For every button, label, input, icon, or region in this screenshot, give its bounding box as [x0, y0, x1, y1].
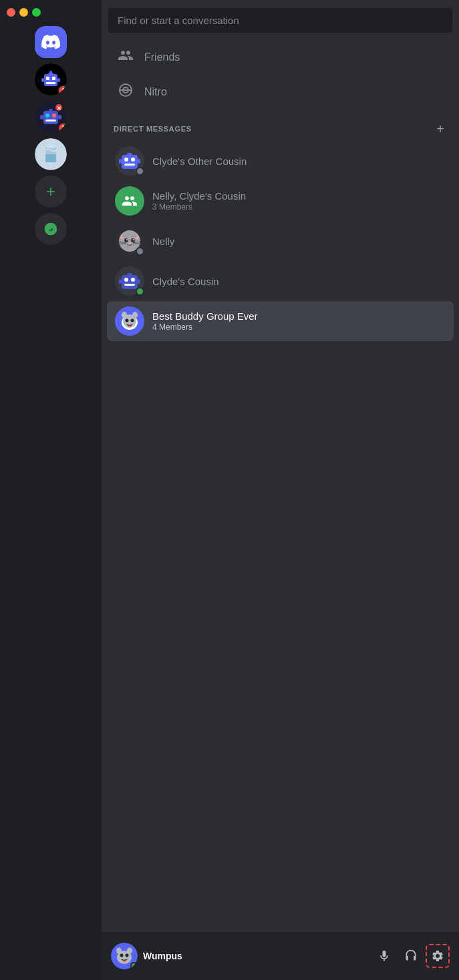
svg-rect-15: [40, 115, 43, 119]
server-icon-robot1[interactable]: 1: [35, 63, 67, 95]
svg-rect-33: [138, 159, 140, 164]
dm-item-nelly-clydes-cousin[interactable]: Nelly, Clyde's Cousin 3 Members: [107, 181, 454, 221]
svg-rect-16: [58, 115, 61, 119]
search-bar[interactable]: Find or start a conversation: [108, 8, 452, 33]
dm-item-best-buddy-group[interactable]: Best Buddy Group Ever 4 Members: [107, 301, 454, 341]
close-button[interactable]: [7, 8, 15, 17]
svg-point-11: [45, 113, 49, 117]
add-server-button[interactable]: +: [35, 176, 67, 208]
dm-name-nelly: Nelly: [152, 236, 174, 247]
server-list: 1 ✕ 1 +: [0, 0, 102, 980]
dm-name-clydes-cousin: Clyde's Cousin: [152, 276, 219, 287]
svg-point-61: [131, 319, 134, 322]
svg-point-41: [131, 238, 135, 242]
svg-rect-2: [46, 77, 49, 80]
window-controls: [0, 8, 41, 17]
svg-rect-6: [46, 82, 55, 84]
server-icon-water[interactable]: [35, 138, 67, 170]
svg-rect-4: [41, 78, 44, 82]
svg-rect-10: [43, 111, 58, 124]
dm-item-clydes-cousin[interactable]: Clyde's Cousin: [107, 261, 454, 301]
user-status-dot: [130, 962, 138, 969]
plus-icon: +: [46, 182, 55, 201]
nitro-label: Nitro: [144, 86, 167, 98]
svg-point-52: [131, 278, 135, 282]
svg-point-8: [49, 71, 52, 73]
svg-point-60: [126, 319, 129, 322]
username-display: Wumpus: [143, 951, 367, 961]
dm-sub-nelly-clydes-cousin: 3 Members: [152, 202, 246, 212]
status-dot-nelly: [136, 247, 144, 256]
dm-avatar-nelly-clydes-cousin: [115, 186, 144, 216]
dm-avatar-best-buddy-group: [115, 306, 144, 336]
dm-avatar-clydes-cousin: [115, 266, 144, 296]
svg-point-62: [122, 312, 127, 318]
dm-section-header: DIRECT MESSAGES +: [102, 111, 459, 141]
nitro-icon: [116, 82, 135, 102]
maximize-button[interactable]: [32, 8, 41, 17]
dm-name-nelly-clydes-cousin: Nelly, Clyde's Cousin: [152, 190, 246, 202]
svg-rect-56: [138, 279, 140, 284]
svg-point-40: [124, 238, 128, 242]
explore-servers-button[interactable]: [35, 213, 67, 245]
headset-button[interactable]: [399, 944, 423, 968]
svg-rect-1: [44, 74, 57, 86]
dm-name-best-buddy-group: Best Buddy Group Ever: [152, 310, 258, 322]
status-dot-clydes-cousin: [136, 287, 144, 296]
svg-rect-32: [119, 159, 122, 164]
svg-rect-31: [127, 153, 132, 156]
mic-button[interactable]: [372, 944, 396, 968]
svg-rect-14: [49, 109, 53, 111]
svg-point-22: [45, 144, 56, 148]
svg-rect-21: [45, 154, 56, 162]
friends-icon: [116, 47, 135, 67]
svg-point-51: [124, 278, 128, 282]
user-avatar: [111, 943, 138, 969]
bottom-bar: Wumpus: [102, 932, 459, 980]
dm-info-clydes-cousin: Clyde's Cousin: [152, 276, 219, 287]
svg-point-63: [132, 312, 138, 318]
dm-name-clyde-other-cousin: Clyde's Other Cousin: [152, 156, 247, 167]
dm-info-nelly-clydes-cousin: Nelly, Clyde's Cousin 3 Members: [152, 190, 246, 212]
dm-info-best-buddy-group: Best Buddy Group Ever 4 Members: [152, 310, 258, 332]
dm-section-title: DIRECT MESSAGES: [114, 125, 192, 133]
dm-avatar-nelly: [115, 226, 144, 256]
add-dm-button[interactable]: +: [434, 122, 447, 136]
svg-point-42: [126, 239, 128, 240]
friends-label: Friends: [144, 51, 180, 63]
svg-point-44: [128, 242, 131, 244]
dm-panel: Find or start a conversation Friends Nit…: [102, 0, 459, 980]
bottom-icons: [372, 944, 450, 968]
dm-list: Clyde's Other Cousin Nelly, Clyde's Cous…: [102, 141, 459, 932]
svg-point-69: [127, 948, 132, 954]
dm-info-clyde-other-cousin: Clyde's Other Cousin: [152, 156, 247, 167]
dm-info-nelly: Nelly: [152, 236, 174, 247]
svg-rect-3: [52, 77, 55, 80]
dm-item-clyde-other-cousin[interactable]: Clyde's Other Cousin: [107, 141, 454, 181]
svg-point-43: [133, 239, 134, 240]
svg-point-29: [131, 158, 135, 162]
status-dot-clyde-other-cousin: [136, 167, 144, 176]
server-badge-robot2: 1: [57, 122, 67, 133]
svg-rect-30: [124, 164, 135, 166]
dm-avatar-clyde-other-cousin: [115, 146, 144, 176]
svg-point-12: [52, 113, 56, 117]
server-badge-robot1: 1: [57, 85, 67, 95]
friends-nav-item[interactable]: Friends: [107, 41, 454, 74]
search-placeholder: Find or start a conversation: [118, 15, 239, 26]
minimize-button[interactable]: [19, 8, 28, 17]
settings-button[interactable]: [426, 944, 450, 968]
dm-item-nelly[interactable]: Nelly: [107, 221, 454, 261]
svg-rect-54: [127, 273, 132, 276]
svg-rect-27: [122, 155, 138, 169]
svg-rect-55: [119, 279, 122, 284]
svg-rect-13: [45, 119, 56, 121]
server-icon-robot2[interactable]: ✕ 1: [35, 101, 67, 133]
svg-rect-53: [124, 284, 135, 286]
svg-point-68: [116, 948, 122, 954]
svg-point-28: [124, 158, 128, 162]
nitro-nav-item[interactable]: Nitro: [107, 75, 454, 109]
svg-rect-5: [57, 78, 60, 82]
discord-home-icon[interactable]: [35, 26, 67, 58]
svg-point-67: [126, 954, 129, 957]
